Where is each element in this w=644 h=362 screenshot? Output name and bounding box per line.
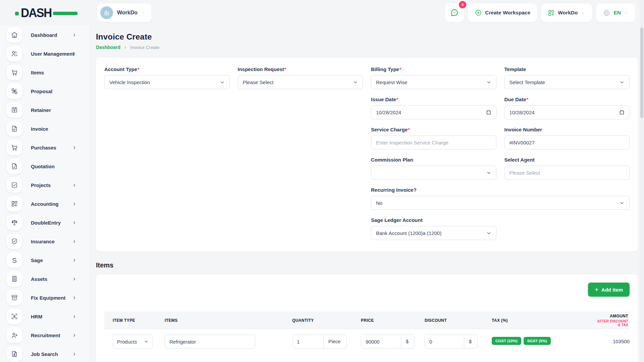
plus-circle-icon: [475, 9, 482, 16]
due-date-input[interactable]: 10/28/2024: [504, 105, 630, 119]
col-item-type: Item Type: [104, 318, 165, 323]
field-invoice-number: Invoice Number: [504, 127, 630, 149]
item-name-input[interactable]: [165, 335, 255, 349]
billing-type-select[interactable]: Request Wise: [371, 75, 496, 89]
chevron-right-icon: [72, 145, 76, 150]
breadcrumb-current: Invoice Create: [130, 45, 159, 50]
file-user-icon: [7, 346, 22, 362]
building-icon: [103, 9, 110, 16]
create-workspace-label: Create Workspace: [485, 10, 530, 16]
tax-badges: CGST (10%) SGST (5%): [492, 335, 551, 345]
sage-ledger-select[interactable]: Bank Account (1200)a (1200): [371, 226, 496, 240]
inspection-request-select[interactable]: Please Select: [238, 75, 363, 89]
chevron-down-icon: [620, 200, 625, 205]
chevron-right-icon: [72, 296, 76, 300]
sidebar-item-hrm[interactable]: HRM: [0, 307, 91, 326]
tax-badge-cgst[interactable]: CGST (10%): [492, 337, 521, 345]
language-code: EN: [613, 10, 621, 16]
row-amount: 103500: [594, 335, 630, 344]
sidebar-item-purchases[interactable]: Purchases: [0, 138, 91, 157]
chevron-right-icon: [72, 239, 76, 244]
items-table-header: Item Type Items Quantity Price Discount …: [104, 312, 630, 329]
file-text-icon: [7, 121, 22, 136]
invoice-number-input[interactable]: [509, 140, 625, 145]
service-charge-input[interactable]: [376, 140, 491, 145]
commission-plan-select[interactable]: [371, 166, 496, 180]
sidebar-item-retainer[interactable]: Retainer: [0, 101, 91, 119]
check-square-icon: [7, 177, 22, 193]
plus-icon: +: [595, 286, 599, 293]
scrollbar-thumb[interactable]: [640, 27, 643, 118]
breadcrumb: Dashboard Invoice Create: [96, 45, 638, 50]
messages-button[interactable]: 0: [445, 3, 464, 22]
field-billing-type: Billing Type* Request Wise: [371, 66, 496, 89]
issue-date-input[interactable]: 10/28/2024: [371, 105, 496, 119]
cart-icon: [7, 140, 22, 155]
sidebar: Dashboard User Management Items Proposal…: [0, 25, 91, 362]
sidebar-item-fix-equipment[interactable]: Fix Equipment: [0, 288, 91, 307]
workspace-switcher-button[interactable]: WorkDo: [541, 3, 592, 22]
workspace-avatar: [100, 6, 113, 19]
calendar-icon[interactable]: [619, 110, 625, 115]
workspace-pill[interactable]: WorkDo: [97, 3, 152, 22]
chevron-down-icon: [624, 10, 629, 15]
item-type-select[interactable]: Products: [113, 335, 153, 349]
sidebar-item-sage[interactable]: S Sage: [0, 251, 91, 269]
sidebar-item-dashboard[interactable]: Dashboard: [0, 25, 91, 44]
chevron-right-icon: [72, 277, 76, 281]
select-agent-input[interactable]: [509, 170, 625, 176]
discount-input[interactable]: [425, 335, 464, 348]
col-amount: Amount After Discount & Tax: [594, 314, 630, 327]
sidebar-item-projects[interactable]: Projects: [0, 176, 91, 194]
chevron-down-icon: [486, 231, 491, 236]
calendar-icon[interactable]: [486, 110, 491, 115]
tax-badge-sgst[interactable]: SGST (5%): [524, 337, 551, 345]
chevron-right-icon: [72, 202, 76, 206]
sidebar-item-items[interactable]: Items: [0, 63, 91, 82]
price-input[interactable]: [361, 335, 401, 348]
sidebar-item-recruitment[interactable]: Recruitment: [0, 326, 91, 345]
col-quantity: Quantity: [292, 318, 361, 323]
users-icon: [7, 46, 22, 61]
sidebar-item-insurance[interactable]: Insurance: [0, 232, 91, 251]
sidebar-item-doubleentry[interactable]: DoubleEntry: [0, 213, 91, 232]
col-tax: Tax (%): [492, 318, 594, 323]
chevron-right-icon: [72, 52, 76, 56]
workspace-switcher-label: WorkDo: [558, 10, 578, 16]
breadcrumb-dashboard-link[interactable]: Dashboard: [96, 45, 120, 50]
field-inspection-request: Inspection Request* Please Select: [238, 66, 363, 89]
language-selector[interactable]: EN: [596, 3, 635, 22]
amount-note: After Discount & Tax: [594, 319, 628, 327]
field-service-charge: Service Charge*: [371, 127, 496, 149]
chevron-right-icon: [72, 314, 76, 319]
home-icon: [7, 27, 22, 43]
recurring-invoice-select[interactable]: No: [371, 196, 630, 210]
chevron-down-icon: [220, 80, 225, 85]
chevron-down-icon: [620, 80, 625, 85]
workspace-name: WorkDo: [117, 10, 138, 16]
quantity-unit: Piece: [323, 335, 345, 348]
col-items: Items: [165, 318, 292, 323]
cart-icon: [7, 65, 22, 80]
field-account-type: Account Type* Vehicle Inspection: [104, 66, 230, 89]
brand-logo[interactable]: DASH: [21, 6, 71, 19]
account-type-select[interactable]: Vehicle Inspection: [104, 75, 230, 89]
sage-icon: S: [7, 252, 22, 268]
sidebar-item-job-search[interactable]: Job Search: [0, 345, 91, 362]
create-workspace-button[interactable]: Create Workspace: [468, 3, 537, 22]
sidebar-item-invoice[interactable]: Invoice: [0, 119, 91, 138]
template-select[interactable]: Select Template: [504, 75, 630, 89]
quantity-input[interactable]: [292, 335, 323, 348]
add-item-button[interactable]: + Add item: [588, 283, 630, 297]
field-select-agent: Select Agent: [504, 157, 630, 180]
sidebar-item-proposal[interactable]: Proposal: [0, 82, 91, 101]
items-table: Item Type Items Quantity Price Discount …: [104, 312, 630, 349]
sidebar-item-assets[interactable]: Assets: [0, 269, 91, 288]
sidebar-item-accounting[interactable]: Accounting: [0, 194, 91, 213]
item-row: Products Piece $: [104, 335, 630, 349]
invoice-form-card: Account Type* Vehicle Inspection Inspect…: [96, 58, 638, 251]
page-scrollbar[interactable]: [640, 0, 644, 362]
sidebar-item-user-management[interactable]: User Management: [0, 44, 91, 63]
chevron-down-icon: [486, 170, 491, 175]
sidebar-item-quotation[interactable]: Quotation: [0, 157, 91, 176]
